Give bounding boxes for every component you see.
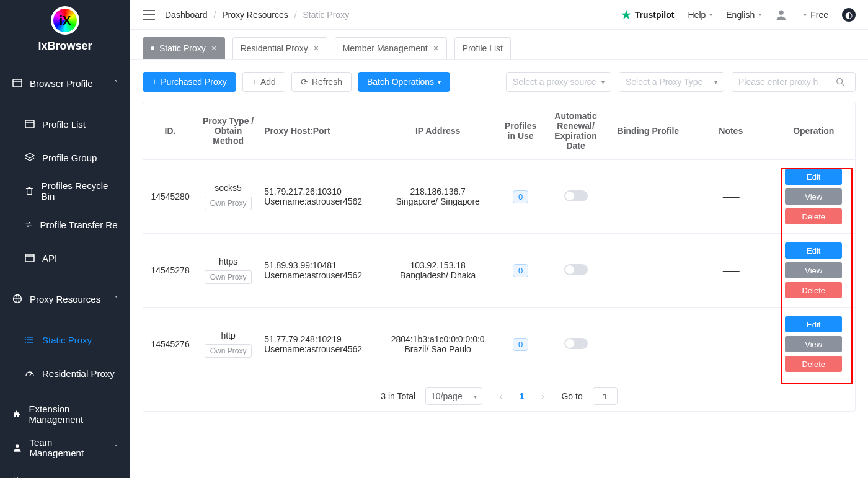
sidebar-item-static-proxy[interactable]: Static Proxy <box>0 323 130 356</box>
cell-operation: Edit View Delete <box>772 308 855 381</box>
sidebar-item-api[interactable]: API <box>0 241 130 275</box>
page-size-select[interactable]: 10/page▾ <box>425 387 482 405</box>
tab-profile-list[interactable]: Profile List <box>454 37 511 59</box>
page-current[interactable]: 1 <box>520 391 525 401</box>
language-dropdown[interactable]: English▾ <box>726 10 761 20</box>
list-icon <box>25 335 35 345</box>
cell-renew <box>545 234 607 308</box>
refresh-button[interactable]: ⟳Refresh <box>291 72 352 92</box>
chevron-down-icon: ▾ <box>474 393 477 400</box>
plus-icon: + <box>152 77 157 87</box>
add-button[interactable]: +Add <box>242 72 285 92</box>
close-icon[interactable]: ✕ <box>211 44 217 53</box>
sidebar-item-order[interactable]: Order & Recharge ˅ <box>0 464 130 478</box>
svg-point-22 <box>779 10 784 15</box>
sidebar-item-extension[interactable]: Extension Management <box>0 397 130 431</box>
page-prev-button[interactable]: ‹ <box>492 387 510 405</box>
tab-member-management[interactable]: Member Management✕ <box>335 37 447 59</box>
close-icon[interactable]: ✕ <box>313 44 319 53</box>
sidebar-item-team[interactable]: Team Management ˅ <box>0 431 130 464</box>
breadcrumb-dashboard[interactable]: Dashboard <box>165 10 208 20</box>
svg-rect-8 <box>25 254 34 262</box>
cell-host: 51.79.217.26:10310 Username:astrouser456… <box>259 160 379 234</box>
svg-line-24 <box>842 84 844 86</box>
logo: iX ixBrowser <box>0 0 130 59</box>
view-button[interactable]: View <box>785 188 842 205</box>
purchased-proxy-button[interactable]: +Purchased Proxy <box>143 72 236 92</box>
svg-point-20 <box>16 444 19 448</box>
sidebar-item-residential-proxy[interactable]: Residential Proxy <box>0 356 130 390</box>
chevron-down-icon: ▾ <box>714 79 717 86</box>
pager-total: 3 in Total <box>381 391 415 401</box>
tab-static-proxy[interactable]: Static Proxy✕ <box>143 37 225 59</box>
sidebar-item-browser-profile[interactable]: Browser Profile ˄ <box>0 66 130 100</box>
help-dropdown[interactable]: Help▾ <box>688 10 712 20</box>
cell-notes: —— <box>689 308 772 381</box>
cell-profiles: 0 <box>497 160 545 234</box>
tab-residential-proxy[interactable]: Residential Proxy✕ <box>232 37 327 59</box>
sidebar-item-profiles-recycle[interactable]: Profiles Recycle Bin <box>0 174 130 208</box>
search-icon <box>836 77 844 86</box>
sidebar-item-proxy-resources[interactable]: Proxy Resources ˄ <box>0 282 130 316</box>
page-next-button[interactable]: › <box>534 387 551 405</box>
svg-rect-0 <box>13 79 22 87</box>
auto-renew-toggle[interactable] <box>564 264 588 275</box>
proxy-source-select[interactable]: Select a proxy source▾ <box>506 72 611 92</box>
cell-id: 14545280 <box>143 160 197 234</box>
view-button[interactable]: View <box>785 262 842 278</box>
delete-button[interactable]: Delete <box>785 282 842 298</box>
col-renew: Automatic Renewal/ Expiration Date <box>545 102 607 160</box>
view-button[interactable]: View <box>785 336 842 352</box>
cell-id: 14545278 <box>143 234 197 308</box>
col-notes: Notes <box>689 102 772 160</box>
col-binding: Binding Profile <box>607 102 689 160</box>
chevron-up-icon: ˄ <box>114 79 118 87</box>
breadcrumb-proxy-resources[interactable]: Proxy Resources <box>222 10 288 20</box>
svg-point-16 <box>25 337 26 338</box>
topbar: Dashboard / Proxy Resources / Static Pro… <box>130 0 868 30</box>
goto-label: Go to <box>561 391 582 401</box>
own-proxy-tag[interactable]: Own Proxy <box>205 197 252 210</box>
profiles-count-badge[interactable]: 0 <box>513 338 528 351</box>
cell-renew <box>545 308 607 381</box>
edit-button[interactable]: Edit <box>785 242 842 259</box>
proxy-type-select[interactable]: Select a Proxy Type▾ <box>619 72 724 92</box>
user-icon <box>12 443 22 453</box>
cell-profiles: 0 <box>497 308 545 381</box>
auto-renew-toggle[interactable] <box>564 338 588 349</box>
search-input[interactable] <box>732 72 825 92</box>
plus-icon: + <box>252 77 257 87</box>
goto-input[interactable] <box>593 387 618 405</box>
profiles-count-badge[interactable]: 0 <box>513 190 528 203</box>
trash-icon <box>25 186 34 196</box>
sidebar-collapse-button[interactable] <box>143 10 155 20</box>
batch-operations-button[interactable]: Batch Operations▾ <box>358 72 450 92</box>
sidebar-item-profile-transfer[interactable]: Profile Transfer Records <box>0 208 130 241</box>
globe-icon <box>12 294 22 304</box>
sidebar-item-profile-group[interactable]: Profile Group <box>0 141 130 174</box>
svg-point-18 <box>25 342 26 343</box>
auto-renew-toggle[interactable] <box>564 190 588 201</box>
tabs-bar: Static Proxy✕ Residential Proxy✕ Member … <box>130 30 868 60</box>
cell-renew <box>545 160 607 234</box>
api-icon <box>25 253 35 263</box>
own-proxy-tag[interactable]: Own Proxy <box>205 344 252 358</box>
profiles-count-badge[interactable]: 0 <box>513 264 528 277</box>
close-icon[interactable]: ✕ <box>433 44 439 53</box>
edit-button[interactable]: Edit <box>785 169 842 185</box>
plan-dropdown[interactable]: ▾Free <box>804 10 828 20</box>
dark-mode-toggle[interactable]: ◐ <box>842 8 856 22</box>
cell-ip: 2804:1b3:a1c0:0:0:0:0:0 Brazil/ Sao Paul… <box>379 308 497 381</box>
table-row: 14545278 https Own Proxy 51.89.93.99:104… <box>143 234 855 308</box>
user-avatar-icon[interactable] <box>775 9 787 21</box>
trustpilot-link[interactable]: ★ Trustpilot <box>621 8 675 22</box>
delete-button[interactable]: Delete <box>785 208 842 224</box>
own-proxy-tag[interactable]: Own Proxy <box>205 270 252 284</box>
search-button[interactable] <box>825 72 856 92</box>
edit-button[interactable]: Edit <box>785 316 842 332</box>
col-profiles: Profiles in Use <box>497 102 545 160</box>
pagination: 3 in Total 10/page▾ ‹ 1 › Go to <box>143 381 855 411</box>
delete-button[interactable]: Delete <box>785 356 842 372</box>
svg-rect-5 <box>27 188 32 194</box>
sidebar-item-profile-list[interactable]: Profile List <box>0 107 130 141</box>
